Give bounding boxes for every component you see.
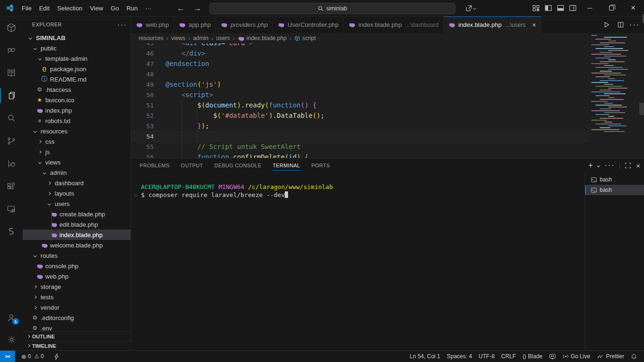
tree-item-template-admin[interactable]: template-admin bbox=[23, 53, 131, 64]
terminal-list-item-1[interactable]: bash bbox=[585, 174, 644, 185]
panel-tab-output[interactable]: OUTPUT bbox=[181, 158, 203, 173]
breadcrumb-script[interactable]: script bbox=[294, 35, 316, 41]
nav-back-icon[interactable]: ← bbox=[175, 4, 186, 13]
panel-tab-terminal[interactable]: TERMINAL bbox=[272, 158, 300, 173]
menu-selection[interactable]: Selection bbox=[53, 3, 86, 13]
customize-layout-icon[interactable] bbox=[530, 2, 542, 14]
editor-scrollbar[interactable] bbox=[639, 103, 644, 115]
breadcrumb-views[interactable]: views bbox=[171, 35, 185, 41]
menu-file[interactable]: File bbox=[18, 3, 35, 13]
tree-item-vendor[interactable]: vendor bbox=[23, 302, 131, 313]
code-line-56[interactable]: 56 function confirmDelete(id) { bbox=[131, 152, 589, 158]
explorer-more-icon[interactable]: ··· bbox=[117, 21, 127, 28]
code-line-46[interactable]: 46 </div> bbox=[131, 48, 589, 58]
tree-item-routes[interactable]: routes bbox=[23, 250, 131, 261]
code-line-47[interactable]: 47@endsection bbox=[131, 58, 589, 69]
close-button[interactable]: × bbox=[622, 0, 644, 16]
status-language-mode[interactable]: {}Blade bbox=[519, 353, 545, 360]
activity-copilot-icon[interactable] bbox=[0, 39, 23, 62]
panel-more-icon[interactable]: ··· bbox=[604, 161, 615, 170]
code-line-51[interactable]: 51 $(document).ready(function() { bbox=[131, 100, 589, 110]
activity-run-debug-icon[interactable] bbox=[0, 152, 23, 175]
menu-run[interactable]: Run bbox=[123, 3, 141, 13]
breadcrumb-index-blade-php[interactable]: index.blade.php bbox=[238, 35, 287, 42]
terminal-dropdown-icon[interactable] bbox=[597, 164, 600, 167]
toggle-panel-icon[interactable] bbox=[554, 2, 567, 14]
menu-edit[interactable]: Edit bbox=[35, 3, 53, 13]
terminal-list-item-2[interactable]: bash bbox=[585, 185, 644, 195]
tree-item-console-php[interactable]: console.php bbox=[23, 261, 131, 271]
tree-item-storage[interactable]: storage bbox=[23, 281, 131, 292]
toggle-sidebar-icon[interactable] bbox=[542, 2, 554, 14]
tab-index-blade-php-dashboard[interactable]: index.blade.php...\dashboard bbox=[344, 16, 444, 33]
status-indentation[interactable]: Spaces: 4 bbox=[444, 353, 475, 360]
tab-index-blade-php-users[interactable]: index.blade.php...\users× bbox=[444, 16, 541, 33]
new-terminal-icon[interactable]: + bbox=[588, 161, 593, 170]
nav-forward-icon[interactable]: → bbox=[192, 4, 203, 13]
restore-button[interactable] bbox=[601, 0, 622, 16]
outline-section[interactable]: OUTLINE bbox=[23, 331, 131, 341]
tab-app-php[interactable]: app.php bbox=[174, 16, 216, 33]
status-go-live[interactable]: Go Live bbox=[559, 353, 594, 360]
status-cursor-position[interactable]: Ln 54, Col 1 bbox=[406, 353, 444, 360]
menu-go[interactable]: Go bbox=[107, 3, 123, 13]
breadcrumb-resources[interactable]: resources bbox=[139, 35, 164, 41]
activity-extensions-icon[interactable] bbox=[0, 175, 23, 197]
tree-item-package-json[interactable]: {}package.json bbox=[23, 64, 131, 74]
timeline-section[interactable]: TIMELINE bbox=[23, 341, 131, 350]
activity-s-lightning-icon[interactable] bbox=[0, 220, 23, 243]
code-line-52[interactable]: 52 $('#datatable').DataTable(); bbox=[131, 110, 589, 121]
command-center-search[interactable]: siminlab bbox=[209, 3, 455, 14]
tree-item-favicon-ico[interactable]: ★favicon.ico bbox=[23, 95, 131, 105]
activity-source-control-icon[interactable] bbox=[0, 130, 23, 152]
tree-item-css[interactable]: css bbox=[23, 136, 131, 147]
new-window-icon[interactable] bbox=[465, 5, 476, 12]
problems-status[interactable]: ⊗ 0 ⚠ 0 bbox=[18, 351, 47, 362]
close-panel-icon[interactable]: × bbox=[636, 162, 640, 170]
tree-item-htaccess[interactable]: ⚙.htaccess bbox=[23, 84, 131, 95]
tree-item-layouts[interactable]: layouts bbox=[23, 188, 131, 198]
menu-[interactable]: ··· bbox=[141, 3, 155, 13]
toggle-secondary-sidebar-icon[interactable] bbox=[567, 2, 579, 14]
status-eol[interactable]: CRLF bbox=[498, 353, 519, 360]
tree-item-resources[interactable]: resources bbox=[23, 126, 131, 136]
breadcrumb-admin[interactable]: admin bbox=[193, 35, 208, 41]
tree-item-admin[interactable]: admin bbox=[23, 167, 131, 178]
run-code-icon[interactable] bbox=[601, 19, 612, 31]
status-octoface[interactable] bbox=[546, 353, 559, 360]
menu-view[interactable]: View bbox=[86, 3, 107, 13]
code-line-48[interactable]: 48 bbox=[131, 69, 589, 79]
tree-item-siminlab[interactable]: SIMINLAB bbox=[23, 33, 131, 43]
tree-item-robots-txt[interactable]: ≡robots.txt bbox=[23, 115, 131, 126]
tree-item-env[interactable]: ⚙.env bbox=[23, 323, 131, 331]
status-notifications[interactable] bbox=[627, 354, 640, 360]
status-encoding[interactable]: UTF-8 bbox=[475, 353, 498, 360]
tree-item-edit-blade-php[interactable]: edit.blade.php bbox=[23, 219, 131, 230]
activity-book-icon[interactable] bbox=[0, 62, 23, 84]
tree-item-readme-md[interactable]: ⓘREADME.md bbox=[23, 74, 131, 84]
tree-item-index-php[interactable]: index.php bbox=[23, 105, 131, 115]
panel-tab-ports[interactable]: PORTS bbox=[311, 158, 330, 173]
tree-item-index-blade-php[interactable]: index.blade.php bbox=[23, 230, 131, 240]
tree-item-create-blade-php[interactable]: create.blade.php bbox=[23, 209, 131, 219]
tab-web-php[interactable]: web.php bbox=[131, 16, 174, 33]
tree-item-welcome-blade-php[interactable]: welcome.blade.php bbox=[23, 240, 131, 250]
terminal[interactable]: ACER@LAPTOP-B48KUCMT MINGW64 /c/laragon/… bbox=[131, 173, 585, 350]
breadcrumb-users[interactable]: users bbox=[216, 35, 230, 41]
tree-item-views[interactable]: views bbox=[23, 157, 131, 167]
minimize-button[interactable]: ─ bbox=[579, 0, 601, 16]
tree-item-js[interactable]: js bbox=[23, 147, 131, 157]
minimap[interactable] bbox=[589, 33, 639, 158]
split-editor-icon[interactable] bbox=[615, 19, 626, 31]
tab-usercontroller-php[interactable]: UserController.php bbox=[273, 16, 344, 33]
activity-explorer-files-icon[interactable] bbox=[0, 84, 23, 107]
activity-remote-monitor-icon[interactable] bbox=[0, 197, 23, 220]
activity-box-3d-icon[interactable] bbox=[0, 16, 23, 39]
tree-item-tests[interactable]: tests bbox=[23, 292, 131, 302]
code-editor[interactable]: resources›views›admin›users›index.blade.… bbox=[131, 33, 644, 158]
code-line-55[interactable]: 55 // Script untuk SweetAlert bbox=[131, 141, 589, 152]
panel-tab-debug-console[interactable]: DEBUG CONSOLE bbox=[215, 158, 262, 173]
tree-item-editorconfig[interactable]: ⚙.editorconfig bbox=[23, 313, 131, 323]
tree-item-public[interactable]: public bbox=[23, 43, 131, 53]
activity-search-icon[interactable] bbox=[0, 107, 23, 130]
